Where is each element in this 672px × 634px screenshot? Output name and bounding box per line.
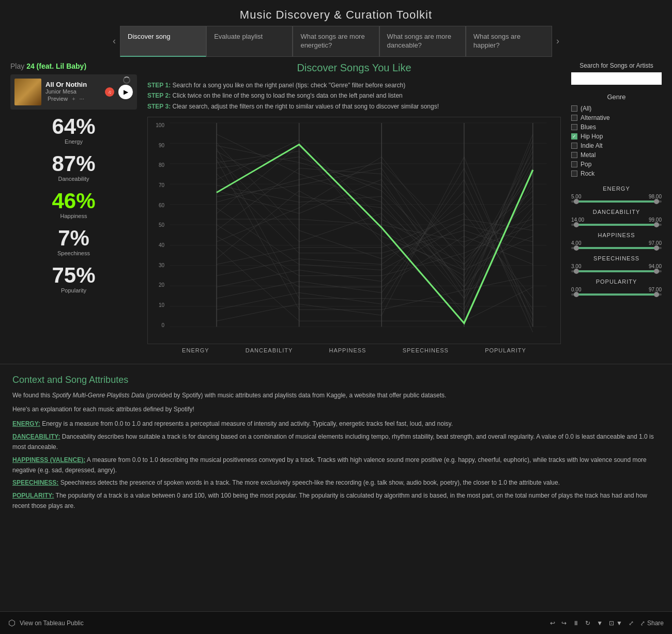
view-button[interactable]: ⊡ ▼ (609, 620, 622, 627)
slider-thumb-right-2[interactable] (654, 245, 659, 251)
metric-speechiness-label: Speechiness (10, 250, 137, 256)
genre-label-2: Blues (581, 123, 596, 131)
genre-checkbox-2[interactable] (571, 124, 577, 130)
share-button[interactable]: ⤤ Share (640, 620, 664, 627)
song-card: All Or Nothin Junior Mesa Preview + ··· … (10, 74, 137, 110)
genre-label-3: Hip Hop (581, 133, 603, 140)
slider-title-2: HAPPINESS (571, 232, 662, 238)
slider-thumb-left-3[interactable] (574, 269, 579, 274)
genre-list: (All)AlternativeBluesHip HopIndie AltMet… (571, 105, 662, 177)
song-artist: Junior Mesa (45, 88, 101, 95)
more-button[interactable]: ▼ (597, 620, 603, 627)
x-label-energy: ENERGY (182, 347, 209, 353)
metric-danceability: 87% Danceability (10, 153, 137, 182)
parallel-coords-chart[interactable]: 10090807060 50403020100 (147, 117, 561, 344)
genre-label-1: Alternative (581, 114, 610, 121)
search-input[interactable] (571, 72, 662, 85)
slider-section-danceability: DANCEABILITY14.0099.00 (571, 209, 662, 226)
genre-checkbox-5[interactable] (571, 152, 577, 158)
bottom-section: Context and Song Attributes We found thi… (0, 364, 672, 524)
metric-popularity-label: Popularity (10, 287, 137, 293)
context-para2: Here's an explanation for each music att… (12, 405, 660, 414)
genre-label-4: Indie Alt (581, 142, 603, 149)
tabs-prev-arrow[interactable]: ‹ (109, 36, 120, 47)
tableau-link[interactable]: View on Tableau Public (20, 620, 84, 627)
genre-item-blues[interactable]: Blues (571, 123, 662, 131)
preview-button[interactable]: Preview (45, 95, 70, 103)
genre-item-indie-alt[interactable]: Indie Alt (571, 142, 662, 149)
tableau-icon: ⬡ (8, 618, 16, 628)
metric-energy: 64% Energy (10, 116, 137, 145)
tab-discover-song[interactable]: Discover song (120, 26, 206, 57)
genre-checkbox-3[interactable] (571, 133, 577, 140)
attribute-2: HAPPINESS (VALENCE): A measure from 0.0 … (12, 455, 660, 476)
genre-checkbox-0[interactable] (571, 105, 577, 112)
slider-thumb-right-1[interactable] (654, 222, 659, 227)
undo-icon: ↩ (550, 620, 555, 627)
slider-thumb-right-4[interactable] (654, 292, 659, 297)
attribute-4: POPULARITY: The popularity of a track is… (12, 490, 660, 512)
tab-more-danceable[interactable]: What songs are more danceable? (379, 26, 466, 57)
genre-checkbox-4[interactable] (571, 143, 577, 149)
slider-section-happiness: HAPPINESS4.0097.00 (571, 232, 662, 249)
slider-section-speechiness: SPEECHINESS3.0094.00 (571, 255, 662, 272)
metric-danceability-label: Danceability (10, 176, 137, 182)
slider-thumb-left-1[interactable] (574, 222, 579, 227)
share-icon: ⤤ (640, 620, 645, 627)
view-label: ▼ (616, 620, 622, 627)
tab-happier[interactable]: What songs are happier? (466, 26, 552, 57)
genre-item-hip-hop[interactable]: Hip Hop (571, 133, 662, 140)
attribute-3: SPEECHINESS: Speechiness detects the pre… (12, 477, 660, 488)
genre-item-rock[interactable]: Rock (571, 170, 662, 177)
tabs-next-arrow[interactable]: › (552, 36, 563, 47)
fullscreen-button[interactable]: ⤢ (629, 620, 634, 627)
genre-label-7: Rock (581, 170, 594, 177)
metric-speechiness-value: 7% (10, 227, 137, 249)
tab-evaluate-playlist[interactable]: Evaluate playlist (206, 26, 293, 57)
slider-track-2[interactable] (571, 247, 662, 249)
metric-popularity: 75% Popularity (10, 265, 137, 293)
step2-label: STEP 2: (147, 92, 171, 99)
undo-button[interactable]: ↩ (550, 620, 555, 627)
context-para1: We found this Spotify Multi-Genre Playli… (12, 391, 660, 400)
slider-thumb-left-4[interactable] (574, 292, 579, 297)
genre-item--all-[interactable]: (All) (571, 105, 662, 112)
discover-title: Discover Songs You Like (147, 62, 561, 74)
tab-more-energetic[interactable]: What songs are more energetic? (293, 26, 379, 57)
genre-item-metal[interactable]: Metal (571, 151, 662, 159)
slider-thumb-right-3[interactable] (654, 269, 659, 274)
slider-thumb-left-2[interactable] (574, 245, 579, 251)
refresh-icon: ↻ (585, 620, 590, 627)
metric-happiness-value: 46% (10, 190, 137, 212)
slider-track-3[interactable] (571, 270, 662, 272)
attr-label-3: SPEECHINESS: (12, 479, 58, 486)
fullscreen-icon: ⤢ (629, 620, 634, 627)
genre-checkbox-6[interactable] (571, 161, 577, 167)
metric-energy-label: Energy (10, 138, 137, 145)
main-content: Play 24 (feat. Lil Baby) All Or Nothin J… (0, 57, 672, 359)
pause-button[interactable]: ⏸ (573, 620, 579, 627)
genre-checkbox-7[interactable] (571, 171, 577, 177)
redo-button[interactable]: ↪ (561, 620, 567, 627)
more-options-button[interactable]: ··· (78, 95, 86, 103)
slider-title-0: ENERGY (571, 185, 662, 192)
genre-item-pop[interactable]: Pop (571, 161, 662, 168)
slider-track-0[interactable] (571, 200, 662, 203)
footer-right: ↩ ↪ ⏸ ↻ ▼ ⊡ ▼ ⤢ ⤤ Share (550, 620, 664, 627)
song-service-icon: ♫ (105, 87, 114, 97)
play-button[interactable]: ▶ (118, 85, 133, 99)
plus-icon[interactable]: + (72, 96, 75, 102)
chart-x-labels: ENERGY DANCEABILITY HAPPINESS SPEECHINES… (147, 344, 561, 353)
footer: ⬡ View on Tableau Public ↩ ↪ ⏸ ↻ ▼ ⊡ ▼ ⤢… (0, 611, 672, 634)
genre-checkbox-1[interactable] (571, 115, 577, 121)
slider-thumb-left-0[interactable] (574, 199, 579, 204)
slider-track-4[interactable] (571, 293, 662, 296)
slider-thumb-right-0[interactable] (654, 199, 659, 204)
genre-item-alternative[interactable]: Alternative (571, 114, 662, 121)
genre-label-6: Pop (581, 161, 591, 168)
x-label-popularity: POPULARITY (485, 347, 526, 353)
metric-popularity-value: 75% (10, 265, 137, 286)
refresh-button[interactable]: ↻ (585, 620, 590, 627)
slider-track-1[interactable] (571, 224, 662, 226)
attr-label-0: ENERGY: (12, 420, 40, 427)
